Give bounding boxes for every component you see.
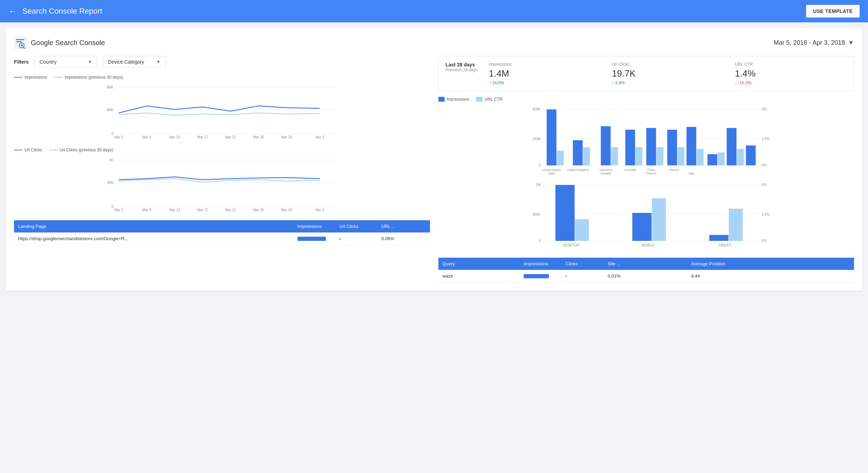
query-clicks-cell: [561, 270, 603, 282]
svg-text:Apr 2: Apr 2: [316, 135, 324, 139]
svg-text:Mar 21: Mar 21: [225, 135, 236, 139]
url-ctr-metric-value: 1.4%: [735, 68, 847, 79]
query-cell: waze: [438, 270, 520, 282]
card-title: Google Search Console: [31, 39, 105, 47]
query-impressions-cell: [519, 270, 561, 282]
country-chart-svg: 500K 250K 0 3% 1.5% 0%: [438, 105, 854, 175]
svg-text:1.5%: 1.5%: [761, 213, 769, 216]
svg-rect-85: [575, 219, 589, 241]
svg-text:40K: 40K: [107, 108, 114, 112]
svg-point-7: [21, 44, 23, 46]
header-left: ← Search Console Report: [8, 6, 102, 16]
landing-page-table: Landing Page Impressions Url Clicks URL …: [14, 220, 430, 245]
svg-rect-45: [546, 109, 556, 165]
svg-rect-86: [632, 213, 651, 241]
svg-text:1.5%: 1.5%: [761, 137, 769, 141]
country-dropdown-icon: ▼: [88, 59, 92, 64]
table-row: waze 0.01% 9.44: [438, 270, 854, 282]
svg-text:0: 0: [112, 204, 114, 208]
period-sublabel: Previous 28 days: [446, 67, 478, 72]
svg-rect-55: [667, 130, 677, 165]
svg-text:3%: 3%: [761, 107, 767, 111]
clicks-bar-cell: [335, 232, 377, 245]
query-table: Query Impressions Clicks Site ... Averag…: [438, 258, 854, 282]
ctr-bar-legend: [476, 97, 482, 102]
svg-rect-46: [557, 151, 564, 165]
clicks-legend-label: Url Clicks: [24, 148, 42, 152]
stats-period: Last 28 days Previous 28 days: [446, 62, 478, 72]
date-range-dropdown-icon[interactable]: ▼: [848, 39, 854, 46]
landing-page-col-header: Landing Page: [14, 220, 293, 232]
svg-text:Mar 29: Mar 29: [281, 135, 292, 139]
svg-rect-50: [611, 147, 618, 165]
svg-text:0: 0: [539, 239, 541, 243]
url-clicks-metric: Url Clicks 19.7K ↑ 3.9%: [612, 62, 724, 85]
svg-rect-49: [601, 126, 610, 165]
period-label: Last 28 days: [446, 62, 478, 67]
page-title: Search Console Report: [22, 7, 102, 16]
impressions-legend-line: [14, 77, 22, 78]
impressions-chart: Impressions Impressions (previous 30 day…: [14, 75, 430, 141]
svg-text:DESKTOP: DESKTOP: [562, 243, 579, 247]
filters-label: Filters: [14, 59, 29, 65]
query-impressions-header[interactable]: Impressions: [519, 258, 561, 270]
svg-text:3%: 3%: [761, 183, 767, 187]
svg-text:Mar 9: Mar 9: [142, 208, 151, 212]
url-clicks-col-header[interactable]: Url Clicks: [335, 220, 377, 232]
impressions-prev-legend-label: Impressions (previous 30 days): [65, 75, 123, 80]
svg-text:MOBILE: MOBILE: [641, 243, 654, 247]
svg-rect-47: [573, 140, 582, 165]
url-ctr-metric: URL CTR 1.4% ↓ -16.2%: [735, 62, 847, 85]
svg-rect-3: [16, 39, 24, 40]
svg-text:Mar 5: Mar 5: [114, 135, 123, 139]
svg-rect-63: [746, 145, 755, 165]
use-template-button[interactable]: USE TEMPLATE: [806, 5, 860, 17]
svg-rect-62: [737, 149, 744, 165]
svg-text:0%: 0%: [761, 239, 767, 243]
svg-text:Mar 13: Mar 13: [169, 135, 180, 139]
svg-rect-60: [717, 152, 724, 165]
site-cell: 0.01%: [603, 270, 687, 282]
url-ctr-metric-name: URL CTR: [735, 62, 847, 67]
svg-rect-89: [729, 209, 743, 241]
query-col-header: Query: [438, 258, 520, 270]
impressions-metric-name: Impressions: [489, 62, 601, 67]
svg-rect-84: [555, 185, 574, 241]
table-row: https://shop.googlemerchandisestore.com/…: [14, 232, 430, 245]
url-clicks-change: ↑ 3.9%: [612, 80, 724, 85]
site-col-header: Site ...: [603, 258, 687, 270]
svg-rect-59: [707, 154, 717, 165]
svg-text:Mar 17: Mar 17: [197, 135, 208, 139]
avg-position-header: Average Position: [687, 258, 854, 270]
svg-text:0%: 0%: [761, 163, 767, 167]
clicks-chart: Url Clicks Url Clicks (previous 30 days)…: [14, 148, 430, 213]
svg-text:Mar 9: Mar 9: [142, 135, 151, 139]
clicks-prev-legend-line: [49, 150, 58, 150]
svg-text:Mar 25: Mar 25: [253, 135, 264, 139]
svg-rect-52: [635, 147, 642, 165]
clicks-prev-legend-label: Url Clicks (previous 30 days): [60, 148, 113, 152]
date-range: Mar 5, 2018 - Apr 3, 2018 ▼: [774, 39, 854, 46]
svg-rect-88: [709, 235, 728, 241]
svg-text:500K: 500K: [532, 213, 541, 216]
svg-rect-57: [686, 127, 696, 165]
impressions-line-chart: 80K 40K 0 Mar 5 Mar 9 M: [14, 83, 430, 139]
device-category-filter[interactable]: Device Category ▼: [103, 56, 166, 68]
svg-text:Mar 13: Mar 13: [169, 208, 180, 212]
country-filter[interactable]: Country ▼: [34, 56, 97, 68]
landing-page-cell: https://shop.googlemerchandisestore.com/…: [14, 232, 293, 245]
svg-text:Mexico: Mexico: [669, 168, 679, 172]
svg-text:500K: 500K: [532, 107, 541, 111]
filters-row: Filters Country ▼ Device Category ▼: [14, 56, 430, 68]
svg-text:1M: 1M: [536, 183, 540, 187]
device-chart-svg: 1M 500K 0 3% 1.5% 0%: [438, 181, 854, 251]
impressions-metric-value: 1.4M: [489, 68, 601, 79]
svg-rect-48: [583, 147, 590, 165]
impressions-col-header[interactable]: Impressions: [293, 220, 335, 232]
svg-rect-58: [696, 149, 703, 165]
clicks-col-header: Clicks: [561, 258, 603, 270]
impressions-bar-cell: [293, 232, 335, 245]
back-button[interactable]: ←: [8, 6, 17, 16]
svg-text:Mar 21: Mar 21: [225, 208, 236, 212]
svg-text:United Kingdom: United Kingdom: [566, 168, 589, 172]
